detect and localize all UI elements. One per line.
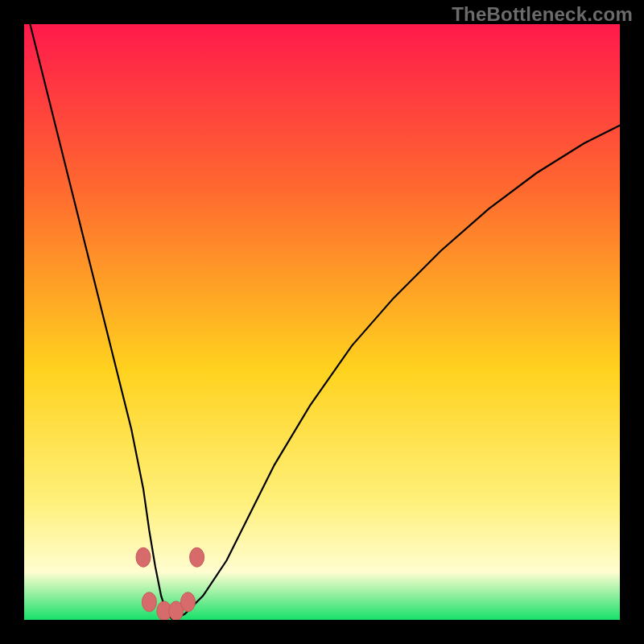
curve-marker [190,547,204,567]
curve-marker [181,592,196,612]
chart-frame: TheBottleneck.com [0,0,644,644]
curve-marker [136,547,151,567]
watermark-text: TheBottleneck.com [452,3,633,26]
curve-marker [142,592,156,612]
plot-area [24,24,620,620]
chart-svg [24,24,620,620]
gradient-background [24,24,620,620]
